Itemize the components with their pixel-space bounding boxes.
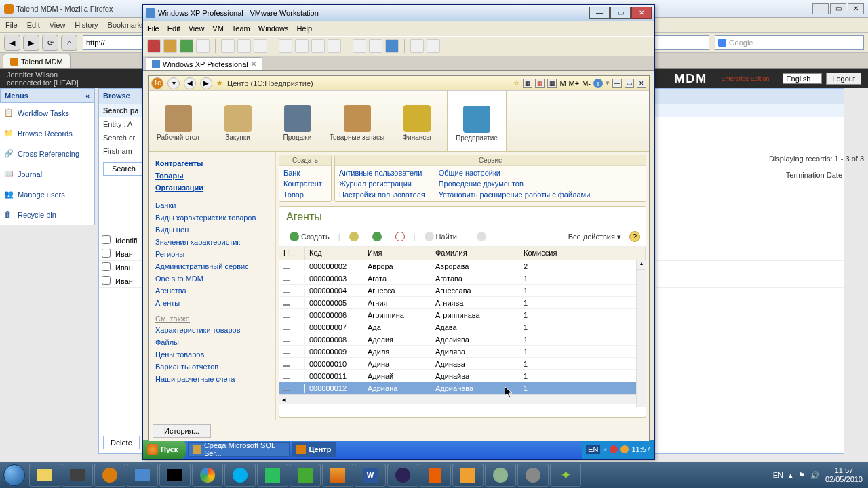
menu-edit[interactable]: Edit <box>27 21 40 29</box>
col-commission[interactable]: Комиссия <box>519 247 646 260</box>
row-checkbox[interactable] <box>99 249 113 259</box>
col-code[interactable]: Код <box>305 247 363 260</box>
clear-find-button[interactable] <box>472 230 491 243</box>
side-main-link[interactable]: Контрагенты <box>155 157 269 169</box>
delete-button[interactable]: Delete <box>103 436 140 449</box>
w7-volume-icon[interactable]: 🔊 <box>810 471 820 480</box>
sidebar-item-manage-users[interactable]: 👥Manage users <box>0 184 94 205</box>
create-link[interactable]: Контрагент <box>283 178 327 189</box>
xp-tray-icon2[interactable] <box>610 445 618 453</box>
ribbon-0[interactable]: Рабочий стол <box>149 91 208 151</box>
vm-close[interactable]: ✕ <box>631 7 652 19</box>
home-button[interactable]: ⌂ <box>61 35 77 51</box>
sidebar-item-browse-records[interactable]: 📁Browse Records <box>0 123 94 144</box>
vm-menu-vm[interactable]: VM <box>212 24 224 33</box>
vm-tab-xp[interactable]: Windows XP Professional ✕ <box>146 57 262 70</box>
1c-fav-icon[interactable]: ☆ <box>513 79 520 87</box>
edit-button[interactable] <box>368 230 387 243</box>
w7-task-tortoise[interactable] <box>485 464 516 487</box>
w7-task-skype[interactable] <box>224 464 256 487</box>
table-row[interactable]: 000000011АдинайАдинайва1 <box>279 370 646 382</box>
seealso-link[interactable]: Наши расчетные счета <box>155 373 269 385</box>
vm-view3-button[interactable] <box>311 39 325 53</box>
ribbon-1[interactable]: Закупки <box>208 91 268 151</box>
xp-task-centre[interactable]: Центр <box>292 442 336 457</box>
vm-revert-button[interactable] <box>237 39 251 53</box>
sidebar-item-journal[interactable]: 📖Journal <box>0 164 94 184</box>
vmware-titlebar[interactable]: Windows XP Professional - VMware Worksta… <box>143 5 654 21</box>
w7-flag-icon[interactable]: ⚑ <box>798 471 805 480</box>
forward-button[interactable]: ▶ <box>23 35 39 51</box>
vm-view4-button[interactable] <box>328 39 341 53</box>
service-link[interactable]: Настройки пользователя <box>339 189 425 200</box>
table-row[interactable]: 000000004АгнессаАгнессава1 <box>279 285 646 297</box>
1c-dropdown[interactable]: ▾ <box>167 77 180 89</box>
create-link[interactable]: Банк <box>283 167 327 178</box>
xp-tray-icon1[interactable]: « <box>603 445 607 453</box>
table-row[interactable]: 000000003АгатаАгатава1 <box>279 272 646 285</box>
horizontal-scrollbar[interactable]: ◂▸ <box>279 394 646 404</box>
1c-close[interactable]: ✕ <box>637 79 646 88</box>
ribbon-5[interactable]: Предприятие <box>447 91 507 151</box>
w7-task-vlc[interactable] <box>420 464 451 487</box>
sidebar-item-workflow-tasks[interactable]: 📋Workflow Tasks <box>0 103 94 123</box>
w7-task-explorer[interactable] <box>29 464 60 487</box>
menu-view[interactable]: View <box>50 21 66 29</box>
side-link[interactable]: Виды цен <box>155 224 269 236</box>
table-row[interactable]: 000000006АгриппинаАгриппинава1 <box>279 309 646 321</box>
create-button[interactable]: Создать <box>285 230 334 243</box>
1c-m-minus[interactable]: M- <box>582 79 591 87</box>
vm-pause-button[interactable] <box>163 39 177 53</box>
vm-manage-button[interactable] <box>254 39 267 53</box>
vertical-scrollbar[interactable]: ▴ <box>636 260 646 407</box>
vm-fullscreen-button[interactable] <box>353 39 366 53</box>
close-button[interactable]: ✕ <box>848 3 864 14</box>
menu-file[interactable]: File <box>5 21 18 29</box>
w7-lang[interactable]: EN <box>773 471 783 479</box>
w7-task-chrome[interactable] <box>192 464 223 487</box>
delete-row-button[interactable] <box>391 230 410 243</box>
w7-task-paint[interactable] <box>322 464 353 487</box>
vm-menu-file[interactable]: File <box>147 24 159 33</box>
win7-start-button[interactable] <box>0 462 28 488</box>
1c-calc[interactable]: ▦ <box>547 79 557 88</box>
table-row[interactable]: 000000007АдаАдава1 <box>279 321 646 333</box>
service-link[interactable]: Журнал регистрации <box>339 178 425 189</box>
sidebar-item-recycle-bin[interactable]: 🗑Recycle bin <box>0 205 94 225</box>
all-actions-button[interactable]: Все действия ▾ <box>568 232 621 241</box>
w7-task-firefox[interactable] <box>94 464 125 487</box>
w7-task-word[interactable]: W <box>355 464 386 487</box>
seealso-link[interactable]: Цены товаров <box>155 348 269 361</box>
seealso-link[interactable]: Характеристики товаров <box>155 324 269 336</box>
side-link[interactable]: Агенты <box>155 297 269 309</box>
search-box[interactable]: Google <box>715 35 864 50</box>
1c-minimize[interactable]: — <box>612 79 622 88</box>
side-link[interactable]: Виды характеристик товаров <box>155 211 269 224</box>
vm-console-button[interactable] <box>385 39 399 53</box>
vm-view2-button[interactable] <box>295 39 309 53</box>
search-button[interactable]: Search <box>103 162 144 176</box>
side-main-link[interactable]: Товары <box>155 169 269 182</box>
back-button[interactable]: ◀ <box>4 35 20 51</box>
service-link[interactable]: Общие настройки <box>439 167 591 178</box>
create-link[interactable]: Товар <box>283 189 327 200</box>
menu-bookmarks[interactable]: Bookmarks <box>108 21 145 29</box>
1c-m-plus[interactable]: M+ <box>569 79 580 87</box>
col-n[interactable]: Н... <box>279 247 305 260</box>
w7-task-mongo[interactable] <box>290 464 321 487</box>
maximize-button[interactable]: ▭ <box>830 3 846 14</box>
vm-tab-close[interactable]: ✕ <box>251 60 256 68</box>
table-row[interactable]: 000000008АделияАделиява1 <box>279 333 646 346</box>
w7-task-star[interactable]: ✦ <box>550 464 581 487</box>
vm-stop-button[interactable] <box>147 39 161 53</box>
1c-tool2[interactable]: ▦ <box>535 79 545 88</box>
copy-button[interactable] <box>344 230 363 243</box>
help-icon[interactable]: ? <box>629 231 640 242</box>
vm-menu-windows[interactable]: Windows <box>258 24 289 33</box>
vm-play-button[interactable] <box>180 39 193 53</box>
side-link[interactable]: Агенства <box>155 285 269 297</box>
1c-info-icon[interactable]: i <box>593 79 603 88</box>
vm-menu-edit[interactable]: Edit <box>167 24 180 33</box>
col-surname[interactable]: Фамилия <box>431 247 519 260</box>
language-select[interactable]: English <box>783 73 822 84</box>
